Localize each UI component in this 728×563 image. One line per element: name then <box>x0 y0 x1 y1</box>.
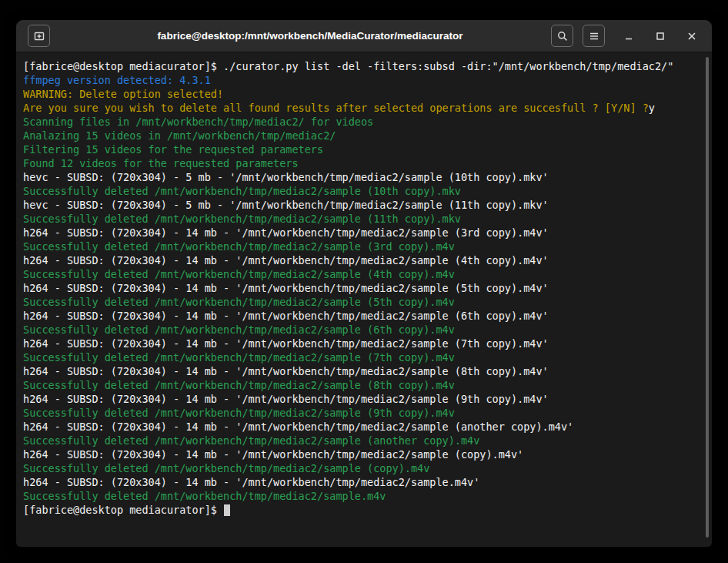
terminal-line: Are you sure you wish to delete all foun… <box>23 101 712 115</box>
terminal-text: h264 - SUBSD: (720x304) - 14 mb - '/mnt/… <box>23 282 549 294</box>
terminal-text: Successfully deleted /mnt/workbench/tmp/… <box>23 351 455 364</box>
terminal-text: Successfully deleted /mnt/workbench/tmp/… <box>23 379 455 391</box>
maximize-button[interactable] <box>649 25 671 47</box>
terminal-text: h264 - SUBSD: (720x304) - 14 mb - '/mnt/… <box>23 476 479 488</box>
terminal-line: Successfully deleted /mnt/workbench/tmp/… <box>23 212 712 226</box>
terminal-text: Filtering 15 videos for the requested pa… <box>23 143 323 156</box>
terminal-text: h264 - SUBSD: (720x304) - 14 mb - '/mnt/… <box>23 448 523 461</box>
terminal-text: WARNING: Delete option selected! <box>23 88 223 100</box>
terminal-line: WARNING: Delete option selected! <box>23 87 712 101</box>
terminal-text: h264 - SUBSD: (720x304) - 14 mb - '/mnt/… <box>23 365 549 377</box>
terminal-cursor <box>224 504 230 516</box>
terminal-line: h264 - SUBSD: (720x304) - 14 mb - '/mnt/… <box>23 447 712 461</box>
terminal-text: h264 - SUBSD: (720x304) - 14 mb - '/mnt/… <box>23 226 549 239</box>
terminal-line: Successfully deleted /mnt/workbench/tmp/… <box>23 295 712 309</box>
terminal-lines: [fabrice@desktop mediacurator]$ ./curato… <box>23 59 712 517</box>
menu-button[interactable] <box>583 25 605 47</box>
terminal-text: h264 - SUBSD: (720x304) - 14 mb - '/mnt/… <box>23 310 549 322</box>
terminal-line: Filtering 15 videos for the requested pa… <box>23 142 712 156</box>
terminal-text: Successfully deleted /mnt/workbench/tmp/… <box>23 185 461 197</box>
terminal-text: h264 - SUBSD: (720x304) - 14 mb - '/mnt/… <box>23 421 573 433</box>
terminal-line: Successfully deleted /mnt/workbench/tmp/… <box>23 323 712 337</box>
scrollbar[interactable] <box>706 57 709 538</box>
titlebar-controls <box>551 20 703 52</box>
terminal-line: Found 12 videos for the requested parame… <box>23 156 712 170</box>
terminal-line: Successfully deleted /mnt/workbench/tmp/… <box>23 350 712 364</box>
terminal-line: h264 - SUBSD: (720x304) - 14 mb - '/mnt/… <box>23 309 712 323</box>
terminal-output[interactable]: [fabrice@desktop mediacurator]$ ./curato… <box>16 53 712 547</box>
terminal-line: h264 - SUBSD: (720x304) - 14 mb - '/mnt/… <box>23 253 712 267</box>
terminal-text: y <box>649 102 655 114</box>
terminal-line: [fabrice@desktop mediacurator]$ <box>23 503 712 517</box>
terminal-text: [fabrice@desktop mediacurator]$ ./curato… <box>23 60 673 72</box>
window-title: fabrice@desktop:/mnt/workbench/MediaCura… <box>109 30 512 42</box>
terminal-window: fabrice@desktop:/mnt/workbench/MediaCura… <box>16 20 712 547</box>
close-button[interactable] <box>680 25 703 47</box>
terminal-text: Analazing 15 videos in /mnt/workbench/tm… <box>23 129 336 142</box>
terminal-text: Successfully deleted /mnt/workbench/tmp/… <box>23 462 429 474</box>
terminal-text: [fabrice@desktop mediacurator]$ <box>23 504 223 516</box>
terminal-text: Successfully deleted /mnt/workbench/tmp/… <box>23 407 455 419</box>
terminal-text: Successfully deleted /mnt/workbench/tmp/… <box>23 268 455 280</box>
terminal-text: h264 - SUBSD: (720x304) - 14 mb - '/mnt/… <box>23 337 549 350</box>
terminal-text: Successfully deleted /mnt/workbench/tmp/… <box>23 213 461 225</box>
terminal-line: [fabrice@desktop mediacurator]$ ./curato… <box>23 59 712 73</box>
terminal-text: Successfully deleted /mnt/workbench/tmp/… <box>23 434 479 447</box>
terminal-line: Successfully deleted /mnt/workbench/tmp/… <box>23 240 712 253</box>
new-tab-icon <box>33 30 45 42</box>
terminal-line: Scanning files in /mnt/workbench/tmp/med… <box>23 115 712 129</box>
terminal-text: Found 12 videos for the requested parame… <box>23 157 299 169</box>
terminal-text: Successfully deleted /mnt/workbench/tmp/… <box>23 323 455 336</box>
terminal-line: h264 - SUBSD: (720x304) - 14 mb - '/mnt/… <box>23 226 712 240</box>
hamburger-menu-icon <box>588 30 600 42</box>
terminal-text: hevc - SUBSD: (720x304) - 5 mb - '/mnt/w… <box>23 199 549 211</box>
terminal-line: ffmpeg version detected: 4.3.1 <box>23 73 712 87</box>
terminal-line: Successfully deleted /mnt/workbench/tmp/… <box>23 184 712 198</box>
close-icon <box>686 30 698 42</box>
terminal-line: h264 - SUBSD: (720x304) - 14 mb - '/mnt/… <box>23 392 712 406</box>
terminal-line: h264 - SUBSD: (720x304) - 14 mb - '/mnt/… <box>23 420 712 434</box>
search-icon <box>556 30 569 42</box>
terminal-line: hevc - SUBSD: (720x304) - 5 mb - '/mnt/w… <box>23 170 712 184</box>
minimize-icon <box>623 30 635 42</box>
terminal-line: Successfully deleted /mnt/workbench/tmp/… <box>23 406 712 420</box>
terminal-line: h264 - SUBSD: (720x304) - 14 mb - '/mnt/… <box>23 337 712 350</box>
terminal-line: Successfully deleted /mnt/workbench/tmp/… <box>23 267 712 281</box>
terminal-line: Successfully deleted /mnt/workbench/tmp/… <box>23 378 712 392</box>
terminal-text: Successfully deleted /mnt/workbench/tmp/… <box>23 490 386 502</box>
terminal-text: hevc - SUBSD: (720x304) - 5 mb - '/mnt/w… <box>23 171 549 183</box>
terminal-line: h264 - SUBSD: (720x304) - 14 mb - '/mnt/… <box>23 475 712 489</box>
terminal-text: h264 - SUBSD: (720x304) - 14 mb - '/mnt/… <box>23 393 549 405</box>
minimize-button[interactable] <box>617 25 640 47</box>
terminal-line: Successfully deleted /mnt/workbench/tmp/… <box>23 461 712 475</box>
terminal-text: Are you sure you wish to delete all foun… <box>23 102 649 114</box>
terminal-line: Successfully deleted /mnt/workbench/tmp/… <box>23 434 712 447</box>
terminal-line: h264 - SUBSD: (720x304) - 14 mb - '/mnt/… <box>23 364 712 378</box>
terminal-line: hevc - SUBSD: (720x304) - 5 mb - '/mnt/w… <box>23 198 712 212</box>
terminal-line: Analazing 15 videos in /mnt/workbench/tm… <box>23 129 712 142</box>
search-button[interactable] <box>551 25 573 47</box>
terminal-line: h264 - SUBSD: (720x304) - 14 mb - '/mnt/… <box>23 281 712 295</box>
terminal-text: Scanning files in /mnt/workbench/tmp/med… <box>23 116 373 128</box>
new-tab-button[interactable] <box>28 25 50 47</box>
terminal-line: Successfully deleted /mnt/workbench/tmp/… <box>23 489 712 503</box>
maximize-icon <box>654 30 666 42</box>
terminal-text: ffmpeg version detected: 4.3.1 <box>23 74 211 86</box>
titlebar[interactable]: fabrice@desktop:/mnt/workbench/MediaCura… <box>16 20 712 52</box>
terminal-text: Successfully deleted /mnt/workbench/tmp/… <box>23 296 455 308</box>
terminal-text: h264 - SUBSD: (720x304) - 14 mb - '/mnt/… <box>23 254 549 266</box>
terminal-text: Successfully deleted /mnt/workbench/tmp/… <box>23 240 455 253</box>
